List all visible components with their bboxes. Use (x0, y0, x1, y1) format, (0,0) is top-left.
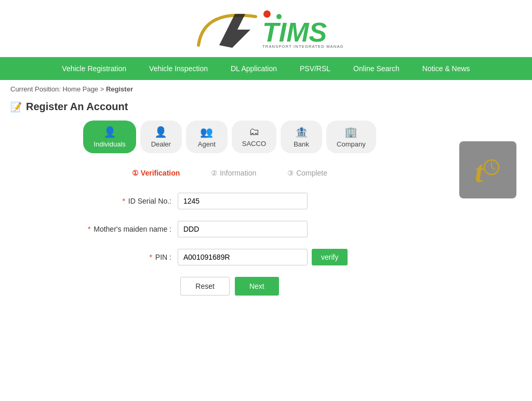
tab-bank-label: Bank (294, 140, 309, 148)
svg-text:TRANSPORT INTEGRATED MANAGEMEN: TRANSPORT INTEGRATED MANAGEMENT SYSTEM (262, 44, 344, 49)
main-content: 👤 Individuals 👤 Dealer 👥 Agent 🗂 SACCO 🏦… (0, 121, 532, 311)
step1-number: ① (132, 169, 139, 177)
svg-line-7 (491, 167, 495, 169)
id-serial-label: * ID Serial No.: (79, 197, 178, 205)
mothers-maiden-input[interactable] (178, 221, 308, 237)
svg-text:t: t (475, 155, 484, 188)
registration-form: * ID Serial No.: * Mother's maiden name … (79, 193, 380, 296)
sidebar-widget: t (459, 141, 522, 198)
verify-button[interactable]: verify (312, 249, 348, 265)
nav-psv-rsl[interactable]: PSV/RSL (288, 57, 342, 80)
step3-label: Complete (296, 169, 327, 177)
tab-company[interactable]: 🏢 Company (326, 121, 376, 153)
reset-button[interactable]: Reset (180, 277, 230, 296)
breadcrumb-home: Home Page (62, 85, 98, 93)
action-buttons: Reset Next (79, 277, 380, 296)
step3-number: ③ (287, 169, 294, 177)
tab-individuals[interactable]: 👤 Individuals (83, 121, 136, 153)
tab-agent-label: Agent (198, 140, 216, 148)
pin-input[interactable] (178, 249, 308, 265)
pin-label: * PIN : (79, 253, 178, 261)
nav-online-search[interactable]: Online Search (342, 57, 411, 80)
id-serial-row: * ID Serial No.: (79, 193, 380, 209)
tab-sacco-label: SACCO (242, 140, 266, 148)
breadcrumb-separator: > (100, 85, 106, 93)
tab-dealer[interactable]: 👤 Dealer (140, 121, 182, 153)
sacco-icon: 🗂 (249, 126, 259, 138)
breadcrumb-prefix: Current Position: (10, 85, 61, 93)
svg-text:TIMS: TIMS (262, 17, 327, 47)
form-area: 👤 Individuals 👤 Dealer 👥 Agent 🗂 SACCO 🏦… (10, 121, 449, 296)
page-title-bar: 📝 Register An Account (0, 98, 532, 121)
step2-label: Information (220, 169, 256, 177)
tab-company-label: Company (337, 140, 366, 148)
logo-svg: TIMS TRANSPORT INTEGRATED MANAGEMENT SYS… (188, 6, 344, 50)
individuals-icon: 👤 (103, 126, 116, 138)
nav-dl-application[interactable]: DL Application (219, 57, 288, 80)
tab-individuals-label: Individuals (94, 140, 125, 148)
tab-sacco[interactable]: 🗂 SACCO (232, 121, 276, 153)
step-verification: ① Verification (132, 169, 180, 177)
nav-notice-news[interactable]: Notice & News (411, 57, 482, 80)
widget-box: t (459, 141, 516, 198)
tab-dealer-label: Dealer (151, 140, 171, 148)
mothers-maiden-row: * Mother's maiden name : (79, 221, 380, 237)
agent-icon: 👥 (200, 126, 213, 138)
mothers-maiden-label: * Mother's maiden name : (79, 225, 178, 233)
steps: ① Verification ② Information ③ Complete (10, 169, 449, 177)
id-serial-input[interactable] (178, 193, 308, 209)
id-serial-input-group (178, 193, 308, 209)
breadcrumb: Current Position: Home Page > Register (0, 80, 532, 98)
nav-vehicle-inspection[interactable]: Vehicle Inspection (138, 57, 219, 80)
tab-agent[interactable]: 👥 Agent (186, 121, 228, 153)
dealer-icon: 👤 (154, 126, 167, 138)
navbar: Vehicle Registration Vehicle Inspection … (0, 57, 532, 80)
next-button[interactable]: Next (235, 277, 279, 296)
tab-bank[interactable]: 🏦 Bank (281, 121, 322, 153)
pin-row: * PIN : verify (79, 249, 380, 265)
step2-number: ② (211, 169, 218, 177)
mothers-maiden-input-group (178, 221, 308, 237)
page-title: Register An Account (26, 101, 128, 113)
bank-icon: 🏦 (295, 126, 308, 138)
logo-area: TIMS TRANSPORT INTEGRATED MANAGEMENT SYS… (188, 6, 344, 50)
account-tabs: 👤 Individuals 👤 Dealer 👥 Agent 🗂 SACCO 🏦… (10, 121, 449, 153)
header: TIMS TRANSPORT INTEGRATED MANAGEMENT SYS… (0, 0, 532, 57)
company-icon: 🏢 (344, 126, 357, 138)
nav-vehicle-registration[interactable]: Vehicle Registration (50, 57, 138, 80)
breadcrumb-current: Register (106, 85, 133, 93)
step-complete: ③ Complete (287, 169, 327, 177)
pin-input-group: verify (178, 249, 348, 265)
step1-label: Verification (141, 169, 180, 177)
widget-icon: t (470, 152, 506, 188)
svg-point-0 (263, 10, 271, 18)
page-title-icon: 📝 (10, 101, 22, 113)
step-information: ② Information (211, 169, 256, 177)
